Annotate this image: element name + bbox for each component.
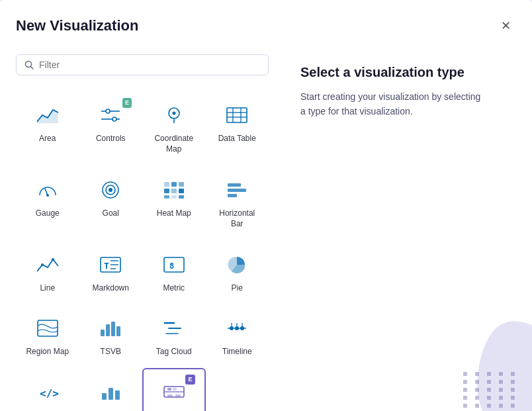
svg-rect-29: [228, 183, 241, 187]
svg-text:</>: </>: [40, 387, 59, 400]
tsvb-label: TSVB: [101, 347, 121, 356]
left-panel: Area E Controls: [0, 44, 285, 411]
svg-rect-30: [228, 189, 246, 192]
svg-rect-63: [175, 394, 181, 397]
svg-rect-64: [167, 388, 171, 390]
svg-point-8: [172, 112, 175, 115]
viz-item-visbuilder[interactable]: E VisBuilder: [142, 368, 206, 411]
viz-item-area[interactable]: Area: [16, 91, 79, 163]
timeline-icon: [224, 315, 250, 342]
viz-item-tsvb[interactable]: TSVB: [79, 304, 143, 365]
svg-rect-44: [111, 322, 115, 336]
heat-map-label: Heat Map: [157, 208, 191, 218]
svg-point-50: [230, 326, 234, 330]
svg-point-51: [235, 326, 239, 330]
svg-point-16: [46, 194, 49, 197]
viz-item-pie[interactable]: Pie: [206, 241, 269, 302]
region-map-icon: [34, 315, 61, 342]
vertical-bar-icon: [97, 379, 124, 405]
metric-icon: 8: [161, 251, 187, 278]
close-button[interactable]: ✕: [496, 16, 516, 36]
svg-rect-20: [164, 182, 169, 187]
svg-text:8: 8: [169, 261, 174, 271]
viz-item-controls[interactable]: E Controls: [79, 91, 143, 163]
svg-point-4: [106, 109, 110, 113]
svg-text:T: T: [104, 261, 109, 271]
svg-point-6: [112, 117, 116, 121]
svg-rect-65: [173, 388, 177, 390]
viz-item-timeline[interactable]: Timeline: [206, 304, 269, 365]
markdown-icon: T: [97, 251, 124, 278]
svg-rect-27: [171, 195, 177, 199]
modal-title: New Visualization: [16, 17, 138, 34]
filter-input[interactable]: [39, 60, 260, 70]
right-panel-description: Start creating your visualization by sel…: [300, 89, 486, 119]
viz-item-vertical-bar[interactable]: Vertical Bar: [79, 368, 143, 411]
tsvb-icon: [97, 315, 124, 342]
modal-body: Area E Controls: [0, 44, 532, 411]
svg-rect-23: [164, 189, 169, 193]
svg-point-33: [52, 258, 54, 261]
svg-point-52: [240, 326, 244, 330]
svg-rect-59: [115, 390, 120, 400]
metric-label: Metric: [163, 283, 185, 293]
vega-icon: </>: [34, 379, 61, 405]
visbuilder-icon: [161, 379, 187, 405]
region-map-label: Region Map: [26, 347, 69, 356]
data-table-icon: [224, 102, 250, 128]
coordinate-map-icon: [161, 102, 187, 128]
visbuilder-badge: E: [185, 375, 195, 385]
gauge-icon: [34, 177, 61, 203]
svg-rect-42: [101, 330, 105, 336]
decorative-shape: [413, 299, 532, 411]
viz-item-data-table[interactable]: Data Table: [206, 91, 269, 163]
line-icon: [34, 251, 61, 278]
viz-item-goal[interactable]: Goal: [79, 166, 143, 238]
horizontal-bar-label: Horizontal Bar: [212, 208, 263, 229]
line-label: Line: [40, 283, 55, 293]
right-panel-title: Select a visualization type: [300, 65, 511, 80]
svg-rect-31: [228, 194, 237, 197]
new-visualization-modal: New Visualization ✕: [0, 0, 532, 411]
svg-point-19: [109, 188, 112, 192]
svg-rect-28: [179, 195, 184, 199]
goal-icon: [97, 177, 124, 203]
svg-point-32: [41, 263, 44, 266]
controls-label: Controls: [96, 134, 126, 143]
pie-label: Pie: [232, 283, 243, 293]
controls-icon: [97, 102, 124, 128]
svg-rect-62: [167, 394, 173, 397]
svg-rect-24: [171, 189, 177, 193]
viz-item-vega[interactable]: </> Vega: [16, 368, 79, 411]
viz-item-region-map[interactable]: Region Map: [16, 304, 79, 365]
svg-rect-22: [179, 182, 184, 187]
goal-label: Goal: [103, 208, 119, 218]
svg-rect-45: [116, 326, 120, 336]
controls-badge: E: [122, 98, 132, 108]
svg-rect-25: [179, 189, 184, 193]
area-label: Area: [39, 134, 56, 143]
markdown-label: Markdown: [93, 283, 129, 293]
heat-map-icon: [161, 177, 187, 203]
modal-header: New Visualization ✕: [0, 0, 532, 44]
gauge-label: Gauge: [36, 208, 60, 218]
viz-item-heat-map[interactable]: Heat Map: [142, 166, 206, 238]
viz-item-gauge[interactable]: Gauge: [16, 166, 79, 238]
viz-grid: Area E Controls: [16, 91, 269, 411]
svg-rect-57: [102, 393, 107, 400]
right-panel: Select a visualization type Start creati…: [285, 44, 532, 411]
search-box: [16, 54, 269, 75]
viz-item-horizontal-bar[interactable]: Horizontal Bar: [206, 166, 269, 238]
viz-item-line[interactable]: Line: [16, 241, 79, 302]
viz-item-tag-cloud[interactable]: Tag Cloud: [142, 304, 206, 365]
svg-rect-21: [171, 182, 177, 187]
search-icon: [24, 60, 34, 69]
horizontal-bar-icon: [224, 177, 250, 203]
viz-item-coordinate-map[interactable]: Coordinate Map: [142, 91, 206, 163]
tag-cloud-icon: [161, 315, 187, 342]
tag-cloud-label: Tag Cloud: [156, 347, 192, 356]
viz-item-metric[interactable]: 8 Metric: [142, 241, 206, 302]
coordinate-map-label: Coordinate Map: [149, 134, 199, 154]
timeline-label: Timeline: [222, 347, 252, 356]
viz-item-markdown[interactable]: T Markdown: [79, 241, 143, 302]
